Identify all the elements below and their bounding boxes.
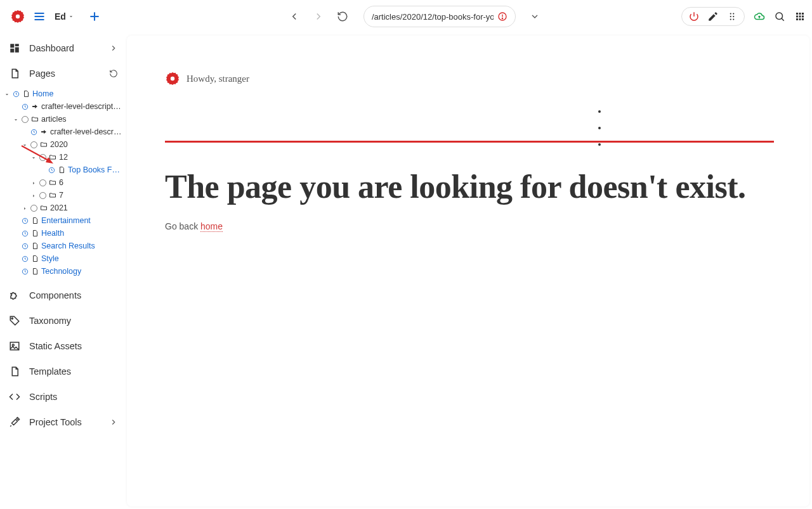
- sidebar-components[interactable]: Components: [0, 283, 127, 308]
- tree-label[interactable]: Search Results: [41, 242, 95, 250]
- edit-mode-pill: [681, 7, 745, 26]
- greeting-text: Howdy, stranger: [187, 74, 249, 84]
- back-button[interactable]: [289, 11, 300, 22]
- tree-row-6[interactable]: 6: [4, 176, 123, 189]
- tree-row-search[interactable]: Search Results: [4, 240, 123, 252]
- tree-row[interactable]: crafter-level-descriptor.…: [4, 126, 123, 138]
- svg-point-12: [733, 16, 734, 17]
- svg-rect-21: [799, 16, 801, 18]
- sidebar-scripts[interactable]: Scripts: [0, 384, 127, 409]
- status-clock-icon: [22, 243, 29, 250]
- address-dropdown[interactable]: [530, 11, 540, 22]
- sidebar-project-tools[interactable]: Project Tools: [0, 409, 127, 435]
- page-icon: [31, 217, 39, 224]
- power-icon[interactable]: [688, 11, 700, 22]
- search-icon[interactable]: [774, 11, 785, 22]
- tree-row-home[interactable]: Home: [4, 87, 123, 100]
- tree-row[interactable]: crafter-level-descriptor.l…: [4, 100, 123, 113]
- refresh-icon[interactable]: [109, 69, 118, 78]
- tree-label[interactable]: Style: [41, 254, 59, 263]
- top-toolbar: Ed: [0, 0, 812, 33]
- sidebar: Dashboard Pages Home: [0, 33, 127, 509]
- svg-rect-17: [796, 13, 798, 15]
- apps-grid-icon[interactable]: [794, 11, 806, 22]
- new-content-button[interactable]: [88, 10, 101, 23]
- sidebar-templates[interactable]: Templates: [0, 359, 127, 384]
- status-clock-icon: [22, 268, 29, 275]
- hamburger-icon[interactable]: [33, 10, 46, 23]
- tree-label[interactable]: Health: [41, 229, 64, 238]
- status-clock-icon: [22, 217, 29, 224]
- folder-icon: [49, 191, 56, 199]
- page-icon: [31, 267, 39, 275]
- status-dot: [39, 192, 46, 199]
- go-back-text: Go back home: [165, 221, 771, 231]
- sidebar-dashboard[interactable]: Dashboard: [0, 35, 127, 61]
- tree-label: 12: [59, 153, 68, 162]
- tree-label: articles: [41, 115, 67, 124]
- page-icon: [58, 166, 65, 174]
- address-bar[interactable]: [363, 6, 516, 27]
- tree-row-2021[interactable]: 2021: [4, 202, 123, 214]
- svg-rect-23: [796, 18, 798, 20]
- tree-label[interactable]: Entertainment: [41, 216, 91, 225]
- sidebar-label: Pages: [29, 68, 100, 79]
- chevron-down-icon[interactable]: [4, 91, 10, 97]
- folder-icon: [40, 204, 48, 212]
- tree-row-entertainment[interactable]: Entertainment: [4, 214, 123, 227]
- tree-label[interactable]: Top Books For You…: [68, 165, 123, 174]
- divider: [165, 141, 774, 143]
- sidebar-label: Components: [29, 290, 118, 300]
- sidebar-label: Scripts: [29, 392, 118, 402]
- status-clock-icon: [30, 129, 37, 136]
- tree-row-2020[interactable]: 2020: [4, 138, 123, 151]
- sidebar-label: Taxonomy: [29, 316, 118, 326]
- tree-row-health[interactable]: Health: [4, 227, 123, 240]
- sidebar-label: Project Tools: [29, 417, 100, 427]
- reload-button[interactable]: [337, 11, 348, 22]
- chevron-right-icon[interactable]: [22, 205, 28, 211]
- tree-label: 2021: [50, 203, 68, 212]
- chevron-down-icon[interactable]: [30, 154, 37, 160]
- tree-label[interactable]: Technology: [41, 267, 81, 276]
- dashboard-icon: [9, 42, 20, 54]
- sidebar-static-assets[interactable]: Static Assets: [0, 333, 127, 359]
- preview-pane: Howdy, stranger The page you are looking…: [127, 35, 809, 506]
- chevron-right-icon[interactable]: [30, 192, 37, 198]
- svg-point-8: [502, 18, 502, 18]
- forward-button[interactable]: [313, 11, 324, 22]
- file-icon: [9, 366, 20, 377]
- page-tree: Home crafter-level-descriptor.l… article…: [0, 86, 127, 283]
- sidebar-pages[interactable]: Pages: [0, 61, 127, 86]
- drag-handle-icon[interactable]: [726, 11, 738, 22]
- chevron-down-icon[interactable]: [22, 141, 28, 148]
- chevron-right-icon[interactable]: [30, 179, 37, 186]
- status-clock-icon: [48, 167, 55, 174]
- chevron-down-icon[interactable]: [13, 116, 19, 122]
- tree-row-articles[interactable]: articles: [4, 113, 123, 126]
- image-icon: [9, 340, 20, 352]
- chevron-right-icon: [109, 44, 118, 53]
- tree-label: crafter-level-descriptor.…: [50, 127, 123, 136]
- tree-row-topbooks[interactable]: Top Books For You…: [4, 164, 123, 176]
- svg-point-41: [12, 344, 14, 346]
- status-dot: [39, 179, 46, 186]
- address-input[interactable]: [372, 12, 494, 22]
- folder-icon: [31, 115, 39, 123]
- pencil-icon[interactable]: [707, 11, 719, 22]
- home-link[interactable]: home: [200, 221, 223, 232]
- arrow-icon: [31, 103, 39, 110]
- tree-label[interactable]: Home: [32, 89, 53, 98]
- tree-row-7[interactable]: 7: [4, 189, 123, 202]
- tree-row-12[interactable]: 12: [4, 151, 123, 164]
- tree-row-style[interactable]: Style: [4, 252, 123, 265]
- folder-icon: [40, 141, 48, 148]
- publish-cloud-icon[interactable]: [754, 11, 765, 22]
- status-dot: [22, 116, 29, 123]
- status-clock-icon: [22, 255, 29, 262]
- warning-icon: [497, 11, 508, 22]
- svg-rect-24: [799, 18, 801, 20]
- tree-row-technology[interactable]: Technology: [4, 265, 123, 278]
- sidebar-taxonomy[interactable]: Taxonomy: [0, 308, 127, 333]
- user-switcher[interactable]: Ed: [51, 11, 78, 22]
